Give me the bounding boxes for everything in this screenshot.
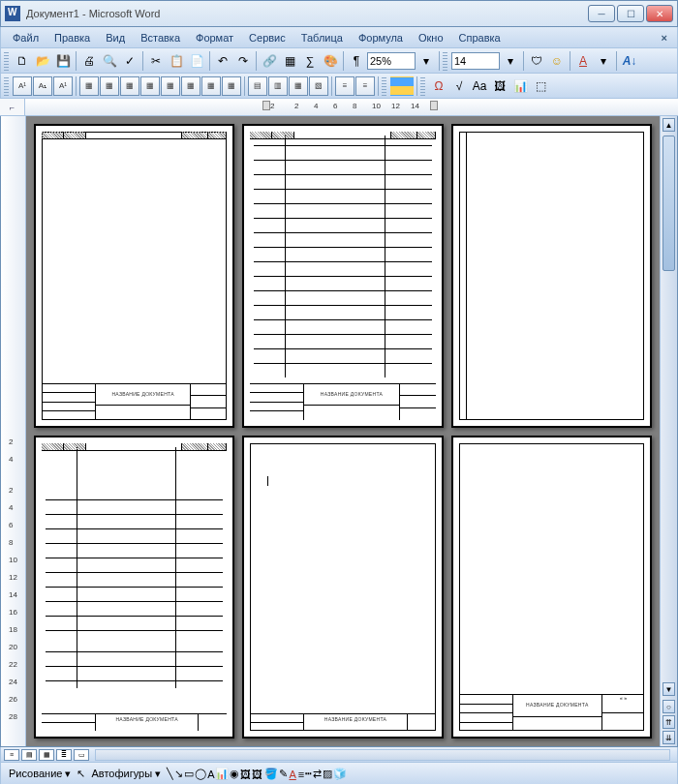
close-button[interactable]: ✕	[646, 5, 673, 22]
3d-icon[interactable]: 🧊	[333, 768, 347, 780]
border-button[interactable]: ▦	[201, 76, 221, 96]
table-style-button[interactable]: ▦	[289, 76, 308, 96]
omega-icon[interactable]: Ω	[429, 76, 448, 96]
menu-view[interactable]: Вид	[98, 30, 133, 45]
paragraph-icon[interactable]: ¶	[347, 51, 366, 71]
chart-icon[interactable]: 📊	[510, 76, 530, 96]
page-thumbnail[interactable]	[451, 124, 652, 428]
align-button[interactable]: ≡	[355, 76, 375, 96]
vertical-scrollbar[interactable]: ▲ ▼ ○ ⇈ ⇊	[660, 116, 677, 746]
table-style-button[interactable]: ▥	[268, 76, 288, 96]
new-icon[interactable]: 🗋	[13, 51, 32, 71]
border-button[interactable]: ▦	[79, 76, 99, 96]
dash-style-icon[interactable]: ┅	[305, 768, 312, 780]
redo-icon[interactable]: ↷	[233, 51, 253, 71]
shield-icon[interactable]: 🛡	[527, 51, 546, 71]
menu-help[interactable]: Справка	[451, 30, 508, 45]
cut-icon[interactable]: ✂	[146, 51, 166, 71]
rectangle-icon[interactable]: ▭	[184, 768, 194, 780]
clipart-icon[interactable]: 🖼	[240, 769, 251, 780]
arrow-style-icon[interactable]: ⇄	[313, 768, 322, 780]
palette-icon[interactable]: 🎨	[321, 51, 340, 71]
flag-icon[interactable]	[390, 76, 414, 96]
page-thumbnail[interactable]: НАЗВАНИЕ ДОКУМЕНТА « »	[451, 436, 652, 739]
toolbar-grip[interactable]	[420, 76, 425, 96]
undo-icon[interactable]: ↶	[213, 51, 232, 71]
table-style-button[interactable]: ▤	[248, 76, 267, 96]
style-a-icon[interactable]: A↓	[620, 51, 639, 71]
outline-view-button[interactable]: ≣	[56, 749, 72, 761]
menu-table[interactable]: Таблица	[293, 30, 351, 45]
line-color-icon[interactable]: ✎	[279, 768, 288, 780]
scroll-up-icon[interactable]: ▲	[663, 118, 675, 132]
indent-marker[interactable]	[430, 101, 438, 110]
indent-marker[interactable]	[262, 101, 270, 110]
field-icon[interactable]: ⬚	[531, 76, 550, 96]
font-color-icon[interactable]: A	[289, 769, 295, 780]
toolbar-grip[interactable]	[443, 51, 447, 71]
copy-icon[interactable]: 📋	[167, 51, 186, 71]
sqrt-icon[interactable]: √	[449, 76, 469, 96]
normal-view-button[interactable]: ≡	[4, 749, 19, 761]
table-insert-icon[interactable]: ▦	[280, 51, 299, 71]
menu-format[interactable]: Формат	[188, 30, 241, 45]
normal-button[interactable]: A¹	[53, 76, 73, 96]
reading-view-button[interactable]: ▭	[74, 749, 89, 761]
spell-icon[interactable]: ✓	[120, 51, 139, 71]
maximize-button[interactable]: ☐	[617, 5, 644, 22]
page-thumbnail[interactable]: НАЗВАНИЕ ДОКУМЕНТА	[34, 436, 234, 739]
fontsize-combo[interactable]	[451, 52, 500, 70]
picture-icon[interactable]: 🖼	[490, 76, 509, 96]
fill-color-icon[interactable]: 🪣	[264, 768, 278, 780]
toolbar-grip[interactable]	[4, 76, 9, 96]
select-arrow-icon[interactable]: ↖	[77, 768, 85, 780]
scroll-down-icon[interactable]: ▼	[663, 682, 675, 696]
prev-page-icon[interactable]: ⇈	[663, 715, 675, 729]
vertical-ruler[interactable]: 2 4 2 4 6 8 10 12 14 16 18 20 22 24 26 2…	[1, 116, 26, 746]
save-icon[interactable]: 💾	[53, 51, 73, 71]
superscript-button[interactable]: A¹	[13, 76, 32, 96]
menu-file[interactable]: Файл	[5, 30, 46, 45]
print-view-button[interactable]: ▦	[39, 749, 54, 761]
mdi-close-button[interactable]: ×	[656, 32, 673, 44]
menu-formula[interactable]: Формула	[351, 30, 411, 45]
print-icon[interactable]: 🖨	[79, 51, 99, 71]
border-button[interactable]: ▦	[222, 76, 241, 96]
smiley-icon[interactable]: ☺	[547, 51, 567, 71]
autoshapes-menu[interactable]: Автофигуры ▾	[87, 768, 165, 780]
menu-edit[interactable]: Правка	[46, 30, 98, 45]
scroll-thumb[interactable]	[663, 136, 675, 271]
line-style-icon[interactable]: ≡	[298, 769, 304, 780]
picture-icon[interactable]: 🖼	[252, 769, 262, 780]
menu-insert[interactable]: Вставка	[133, 30, 188, 45]
horizontal-scrollbar[interactable]	[95, 749, 670, 761]
border-button[interactable]: ▦	[120, 76, 139, 96]
page-thumbnail[interactable]: НАЗВАНИЕ ДОКУМЕНТА	[242, 124, 443, 428]
toolbar-grip[interactable]	[382, 76, 386, 96]
web-view-button[interactable]: ▤	[21, 749, 37, 761]
menu-window[interactable]: Окно	[411, 30, 451, 45]
font-color-dropdown-icon[interactable]: ▾	[594, 51, 613, 71]
fontsize-dropdown-icon[interactable]: ▾	[501, 51, 520, 71]
diagram-icon[interactable]: ◉	[230, 768, 239, 780]
open-icon[interactable]: 📂	[33, 51, 52, 71]
subscript-button[interactable]: A₁	[33, 76, 52, 96]
toolbar-grip[interactable]	[4, 51, 9, 71]
wordart-icon[interactable]: 📊	[215, 768, 229, 780]
drawing-menu[interactable]: Рисование ▾	[5, 768, 75, 780]
document-view[interactable]: НАЗВАНИЕ ДОКУМЕНТА НАЗВАНИЕ ДОКУМЕНТА	[26, 116, 660, 746]
zoom-dropdown-icon[interactable]: ▾	[416, 51, 436, 71]
arrow-icon[interactable]: ↘	[174, 768, 183, 780]
oval-icon[interactable]: ◯	[195, 768, 206, 780]
align-button[interactable]: ≡	[335, 76, 354, 96]
page-thumbnail[interactable]: НАЗВАНИЕ ДОКУМЕНТА	[34, 124, 234, 428]
border-button[interactable]: ▦	[161, 76, 180, 96]
border-button[interactable]: ▦	[100, 76, 119, 96]
calc-icon[interactable]: ∑	[300, 51, 320, 71]
font-color-icon[interactable]: A	[573, 51, 593, 71]
next-page-icon[interactable]: ⇊	[663, 731, 675, 744]
link-icon[interactable]: 🔗	[260, 51, 279, 71]
ruler-corner[interactable]: ⌐	[0, 99, 25, 115]
border-button[interactable]: ▦	[181, 76, 200, 96]
minimize-button[interactable]: ─	[588, 5, 615, 22]
